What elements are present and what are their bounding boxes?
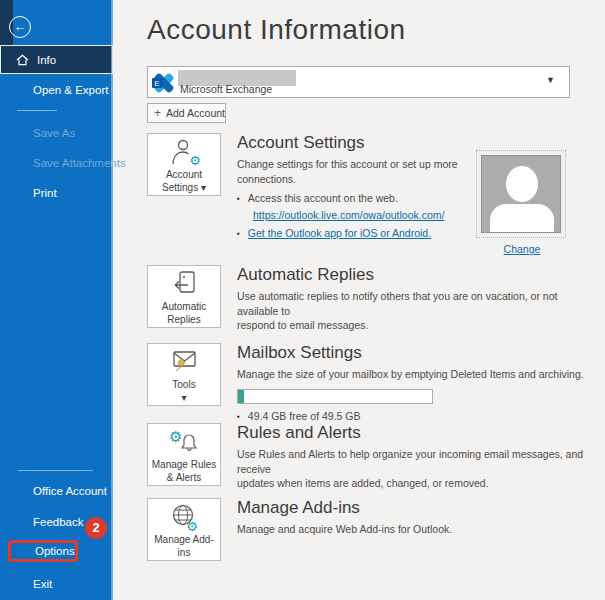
owa-link[interactable]: https://outlook.live.com/owa/outlook.com… xyxy=(253,209,444,221)
home-icon xyxy=(16,54,29,66)
section-heading: Mailbox Settings xyxy=(237,343,592,363)
svg-text:E: E xyxy=(154,79,159,88)
dropdown-caret-icon[interactable]: ▼ xyxy=(546,75,555,85)
avatar-frame xyxy=(476,150,566,238)
gear-bell-icon: ⚙ xyxy=(168,429,200,455)
envelope-wrench-icon xyxy=(168,349,200,375)
avatar-body-shape xyxy=(490,204,554,233)
sidebar-item-open-export[interactable]: Open & Export xyxy=(33,84,108,96)
tile-label: Manage Rules & Alerts xyxy=(148,459,220,484)
section-description: Use automatic replies to notify others t… xyxy=(237,289,592,333)
quota-text: 49.4 GB free of 49.5 GB xyxy=(248,410,361,424)
mailbox-quota-bar xyxy=(237,389,433,404)
sidebar-item-info[interactable]: Info xyxy=(0,45,113,74)
section-description: Manage and acquire Web Add-ins for Outlo… xyxy=(237,522,592,537)
avatar-head-shape xyxy=(506,166,538,202)
avatar xyxy=(481,155,561,233)
sidebar-item-print[interactable]: Print xyxy=(33,187,57,199)
account-dropdown[interactable]: E Microsoft Exchange ▼ xyxy=(147,66,570,98)
outlook-backstage: ← Info Open & Export Save As Save Attach… xyxy=(0,0,605,600)
tile-label: Automatic Replies xyxy=(148,301,220,326)
bullet-icon: ▪ xyxy=(237,227,240,241)
profile-photo-block: Change xyxy=(476,150,568,257)
sidebar: ← Info Open & Export Save As Save Attach… xyxy=(0,0,113,600)
sidebar-item-save-as: Save As xyxy=(33,127,75,139)
section-heading: Rules and Alerts xyxy=(237,423,592,443)
tools-button[interactable]: Tools ▾ xyxy=(147,343,221,406)
manage-addins-button[interactable]: ⚙ Manage Add- ins xyxy=(147,498,221,561)
sidebar-item-save-attachments: Save Attachments xyxy=(33,157,126,169)
back-button[interactable]: ← xyxy=(9,16,31,38)
sidebar-divider-bottom xyxy=(18,470,93,471)
step-badge: 2 xyxy=(85,517,107,539)
sidebar-item-options[interactable]: Options xyxy=(8,540,78,562)
bullet-icon: ▪ xyxy=(237,410,240,424)
automatic-replies-button[interactable]: Automatic Replies xyxy=(147,265,221,328)
back-arrow-icon: ← xyxy=(14,19,27,34)
page-title: Account Information xyxy=(147,14,406,46)
section-heading: Automatic Replies xyxy=(237,265,592,285)
section-heading: Manage Add-ins xyxy=(237,498,592,518)
sidebar-item-exit[interactable]: Exit xyxy=(33,578,52,590)
tile-label: Account Settings ▾ xyxy=(148,169,220,194)
change-photo-link[interactable]: Change xyxy=(504,243,541,255)
section-description: Use Rules and Alerts to help organize yo… xyxy=(237,447,592,491)
manage-rules-alerts-button[interactable]: ⚙ Manage Rules & Alerts xyxy=(147,423,221,486)
bullet-icon: ▪ xyxy=(237,192,240,206)
account-info-page: Account Information E Microsoft Exchange… xyxy=(113,0,605,600)
web-access-text: Access this account on the web. xyxy=(248,192,398,206)
globe-gear-icon: ⚙ xyxy=(168,504,200,530)
quota-progress-fill xyxy=(238,390,244,403)
sidebar-item-feedback[interactable]: Feedback xyxy=(33,516,84,528)
add-account-label: Add Account xyxy=(166,107,225,119)
section-description: Manage the size of your mailbox by empty… xyxy=(237,367,592,382)
exchange-icon: E xyxy=(152,71,176,95)
person-gear-icon: ⚙ xyxy=(168,139,200,165)
outlook-app-link[interactable]: Get the Outlook app for iOS or Android. xyxy=(248,227,431,241)
plus-icon: + xyxy=(154,106,161,120)
quota-bullet: ▪ 49.4 GB free of 49.5 GB xyxy=(237,410,592,424)
sidebar-item-office-account[interactable]: Office Account xyxy=(33,485,107,497)
tile-label: Manage Add- ins xyxy=(148,534,220,559)
tile-label: Tools ▾ xyxy=(148,379,220,404)
reply-document-icon xyxy=(168,271,200,297)
options-label: Options xyxy=(35,545,75,557)
sidebar-divider-top xyxy=(17,110,57,111)
account-settings-button[interactable]: ⚙ Account Settings ▾ xyxy=(147,133,221,196)
sidebar-item-label: Info xyxy=(37,54,56,66)
account-provider-label: Microsoft Exchange xyxy=(180,83,272,95)
add-account-button[interactable]: + Add Account xyxy=(147,103,226,123)
